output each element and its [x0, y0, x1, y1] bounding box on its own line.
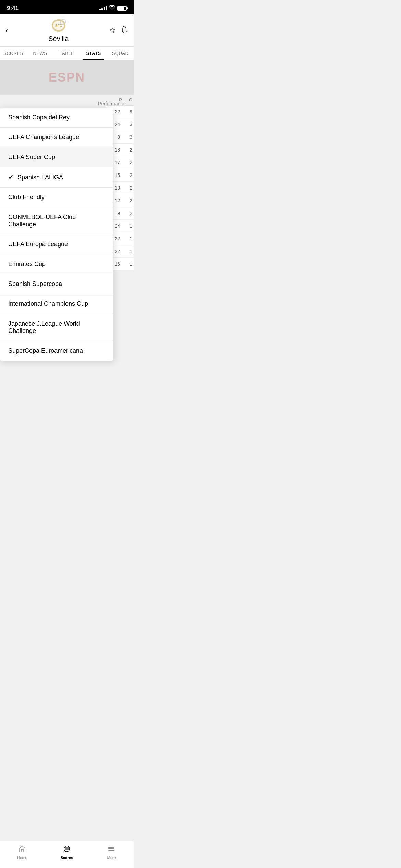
dropdown-item-label: Club Friendly — [8, 194, 45, 201]
col-g-value: 9 — [127, 109, 132, 114]
back-button[interactable]: ‹ — [5, 26, 8, 35]
dropdown-item-label: UEFA Europa League — [8, 241, 68, 248]
content-area: Performance P G 229243831821721521321229… — [0, 95, 134, 403]
col-g-value: 3 — [127, 134, 132, 140]
tab-squad[interactable]: SQUAD — [107, 47, 134, 60]
dropdown-item-label: UEFA Champions League — [8, 134, 79, 141]
col-p-value: 24 — [113, 223, 120, 229]
dropdown-item[interactable]: UEFA Champions League — [0, 128, 113, 147]
battery-icon — [117, 6, 127, 11]
dropdown-item-label: Spanish LALIGA — [17, 174, 63, 181]
signal-icon — [99, 6, 107, 10]
status-icons — [99, 5, 127, 11]
col-p-value: 9 — [113, 210, 120, 216]
col-g-value: 2 — [127, 160, 132, 165]
col-g-value: 2 — [127, 147, 132, 153]
col-p-value: 12 — [113, 198, 120, 203]
dropdown-item[interactable]: Japanese J.League World Challenge — [0, 314, 113, 341]
dropdown-item-label: International Champions Cup — [8, 300, 88, 308]
dropdown-item[interactable]: CONMEBOL-UEFA Club Challenge — [0, 207, 113, 234]
header-actions: ☆ — [109, 25, 128, 36]
header-center: SFC Sevilla — [48, 18, 69, 43]
espn-logo: ESPN — [49, 70, 85, 85]
dropdown-item-label: Japanese J.League World Challenge — [8, 320, 105, 335]
col-g-value: 2 — [127, 210, 132, 216]
dropdown-item[interactable]: ✓Spanish LALIGA — [0, 167, 113, 188]
col-p-value: 22 — [113, 236, 120, 241]
col-g-value: 2 — [127, 172, 132, 178]
dropdown-item[interactable]: Emirates Cup — [0, 254, 113, 274]
col-p-value: 13 — [113, 185, 120, 191]
dropdown-item[interactable]: UEFA Super Cup — [0, 147, 113, 167]
check-mark-icon: ✓ — [8, 173, 13, 181]
col-header-g: G — [129, 97, 132, 103]
col-g-value: 1 — [127, 249, 132, 254]
col-g-value: 2 — [127, 185, 132, 191]
app-header: ‹ SFC Sevilla ☆ — [0, 14, 134, 47]
espn-banner: ESPN — [0, 60, 134, 95]
col-p-value: 8 — [113, 134, 120, 140]
dropdown-item[interactable]: Club Friendly — [0, 188, 113, 207]
col-g-value: 2 — [127, 198, 132, 203]
dropdown-item[interactable]: International Champions Cup — [0, 294, 113, 314]
team-name: Sevilla — [48, 35, 69, 43]
dropdown-item-label: CONMEBOL-UEFA Club Challenge — [8, 214, 105, 228]
tab-table[interactable]: TABLE — [53, 47, 80, 60]
col-g-value: 1 — [127, 223, 132, 229]
dropdown-item[interactable]: Spanish Copa del Rey — [0, 108, 113, 128]
col-p-value: 17 — [113, 160, 120, 165]
col-p-value: 24 — [113, 122, 120, 127]
status-bar: 9:41 — [0, 0, 134, 14]
tab-stats[interactable]: STATS — [80, 47, 107, 60]
dropdown-item-label: UEFA Super Cup — [8, 154, 55, 161]
favorite-button[interactable]: ☆ — [109, 26, 116, 35]
svg-text:SFC: SFC — [55, 24, 62, 28]
dropdown-item-label: Spanish Copa del Rey — [8, 114, 70, 121]
col-p-value: 18 — [113, 147, 120, 153]
dropdown-item-label: Spanish Supercopa — [8, 280, 62, 288]
team-logo: SFC — [50, 18, 67, 35]
col-p-value: 22 — [113, 109, 120, 114]
col-g-value: 1 — [127, 236, 132, 241]
tab-scores[interactable]: SCORES — [0, 47, 27, 60]
col-g-value: 1 — [127, 261, 132, 267]
dropdown-menu: Spanish Copa del ReyUEFA Champions Leagu… — [0, 108, 113, 361]
nav-tabs: SCORES NEWS TABLE STATS SQUAD — [0, 47, 134, 60]
col-g-value: 3 — [127, 122, 132, 127]
time-display: 9:41 — [7, 5, 19, 12]
dropdown-item[interactable]: SuperCopa Euroamericana — [0, 341, 113, 361]
dropdown-item-label: Emirates Cup — [8, 261, 46, 268]
notification-button[interactable] — [121, 25, 128, 36]
dropdown-item[interactable]: UEFA Europa League — [0, 234, 113, 254]
col-header-p: P — [119, 97, 122, 103]
col-p-value: 16 — [113, 261, 120, 267]
col-p-value: 22 — [113, 249, 120, 254]
col-p-value: 15 — [113, 172, 120, 178]
tab-news[interactable]: NEWS — [27, 47, 53, 60]
wifi-icon — [109, 5, 115, 11]
dropdown-item[interactable]: Spanish Supercopa — [0, 274, 113, 294]
dropdown-item-label: SuperCopa Euroamericana — [8, 347, 83, 354]
